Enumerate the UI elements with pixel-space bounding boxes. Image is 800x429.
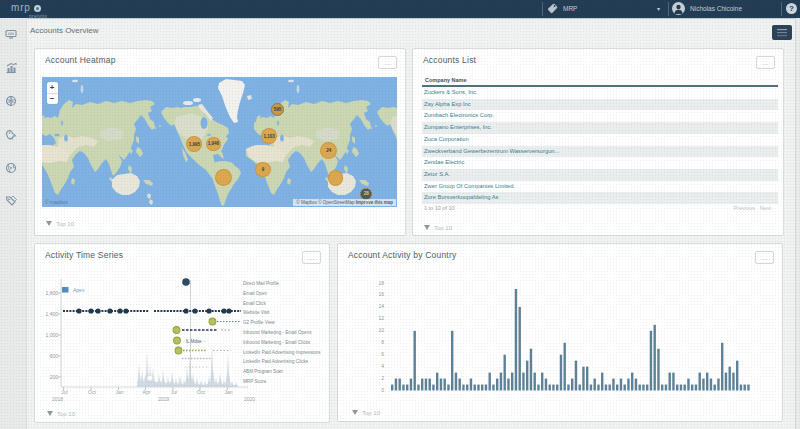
svg-text:· IL Mdse ··: · IL Mdse ·· (183, 339, 206, 344)
svg-text:Apex: Apex (73, 287, 85, 293)
